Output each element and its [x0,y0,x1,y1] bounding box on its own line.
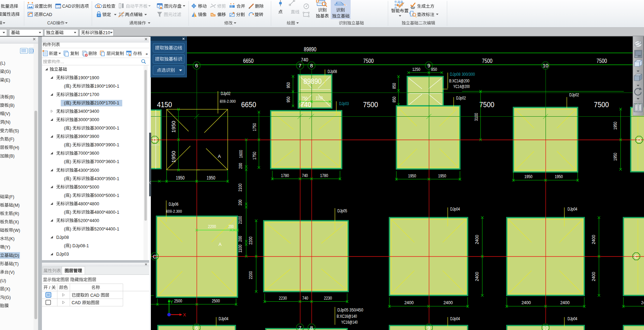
svg-text:): ) [70,193,73,198]
svg-text:(F): (F) [9,137,14,142]
svg-text:2500: 2500 [174,298,182,303]
svg-text:7: 7 [299,63,301,68]
svg-text:(G): (G) [5,69,11,74]
svg-text:2400: 2400 [444,300,453,305]
svg-text:2400: 2400 [591,272,596,281]
svg-text:4300*3500: 4300*3500 [78,168,100,173]
svg-text:1950: 1950 [207,175,215,181]
svg-text:): ) [70,227,73,232]
svg-text:2D: 2D [638,54,641,58]
svg-text:740: 740 [301,57,308,63]
svg-text:1900*1900-1: 1900*1900-1 [94,84,119,89]
svg-text:(V): (V) [9,270,15,275]
svg-text:(G): (G) [5,295,11,300]
svg-text:5000*5000: 5000*5000 [78,185,100,190]
svg-text:1600: 1600 [238,150,243,158]
svg-text:(B): (B) [9,103,15,108]
svg-text:6650: 6650 [241,101,256,109]
svg-text:2500: 2500 [212,298,220,303]
svg-text:B:XC16@140: B:XC16@140 [337,314,357,319]
svg-text:1250: 1250 [412,67,420,72]
svg-text:(X): (X) [5,287,10,292]
svg-text:9: 9 [427,325,430,330]
svg-text:(X): (X) [13,220,19,225]
svg-text:YC14@200: YC14@200 [453,84,470,89]
svg-text:740: 740 [302,173,308,178]
svg-text:7500: 7500 [480,101,495,109]
svg-text:740: 740 [301,100,312,108]
svg-text:4300*3500-1: 4300*3500-1 [94,176,119,181]
svg-text:850: 850 [391,83,397,89]
svg-text:1950: 1950 [613,122,618,130]
svg-text:DJp02: DJp02 [569,92,579,97]
svg-text:10: 10 [543,63,549,68]
svg-text:D: D [153,137,157,143]
svg-text:CAD: CAD [43,12,52,17]
svg-text:A: A [219,242,222,247]
svg-text:2400: 2400 [475,272,480,281]
svg-text:DJp02: DJp02 [456,95,466,101]
svg-text:CAD: CAD [56,6,60,8]
svg-text:1100: 1100 [237,245,243,253]
svg-text:740: 740 [302,295,308,301]
svg-text:2200: 2200 [248,271,253,279]
svg-text:C: C [153,254,157,259]
svg-text:4800*4800: 4800*4800 [78,201,100,206]
svg-text:(W): (W) [13,228,20,233]
svg-text:2200: 2200 [208,224,216,229]
svg-text:2200: 2200 [248,237,253,245]
svg-text:1950: 1950 [170,121,176,133]
svg-text:DJp08: DJp08 [328,69,337,74]
svg-text:X: X [183,312,186,317]
svg-text:1900*1900: 1900*1900 [78,75,100,80]
svg-text:C: C [635,254,638,259]
svg-text:»: » [146,52,148,56]
svg-text:950: 950 [286,82,291,88]
svg-text:7500: 7500 [363,58,374,64]
svg-text:): ) [70,176,73,181]
svg-text:CAD: CAD [47,21,56,25]
svg-text:DJp08 300/300: DJp08 300/300 [450,72,475,77]
svg-text:(V): (V) [5,111,10,116]
svg-text:4800*4800-1: 4800*4800-1 [94,210,119,215]
svg-text:6: 6 [195,325,198,330]
svg-text:3000*3000-1: 3000*3000-1 [94,126,119,131]
svg-text:9: 9 [427,63,430,68]
svg-text:3900*3900: 3900*3900 [78,134,100,139]
svg-text:(B): (B) [9,154,15,159]
svg-text:2400: 2400 [560,300,570,305]
svg-text:200: 200 [237,200,243,206]
svg-text:6: 6 [195,63,198,68]
svg-text:(E): (E) [5,78,10,83]
svg-text:3100: 3100 [474,113,479,121]
svg-text:3900*3900-1: 3900*3900-1 [94,142,119,147]
svg-text:DJp02: DJp02 [221,91,230,96]
svg-text:4150: 4150 [157,101,172,109]
svg-text:DJp05 350/450: DJp05 350/450 [337,307,363,313]
svg-text:5200*4400: 5200*4400 [78,218,100,223]
svg-text:3000*3000: 3000*3000 [78,117,100,122]
svg-text:DJp04: DJp04 [568,316,577,321]
svg-text:850: 850 [431,67,437,72]
svg-text:A: A [218,154,221,159]
svg-text:1950: 1950 [408,173,416,178]
svg-text:850: 850 [391,97,397,103]
svg-text:6650: 6650 [243,58,254,64]
svg-text:7000*3600-1: 7000*3600-1 [94,159,119,164]
svg-text:950: 950 [286,97,291,103]
svg-text:1950: 1950 [170,151,176,163]
svg-text:1780: 1780 [281,173,289,178]
svg-text:) DJp08-1: ) DJp08-1 [70,243,89,248]
svg-text:/: / [48,285,51,290]
svg-text:DJp03: DJp03 [339,101,349,106]
svg-text:DJp03: DJp03 [56,252,69,257]
svg-text:DJp08: DJp08 [56,235,69,240]
svg-text:1150: 1150 [316,95,323,101]
svg-text:2400: 2400 [521,300,531,305]
svg-text:): ) [70,84,73,89]
svg-text:200: 200 [237,236,243,242]
svg-text:2400: 2400 [404,300,414,305]
svg-text:7000*3600: 7000*3600 [78,151,100,156]
svg-text:DJp04: DJp04 [219,316,228,321]
svg-text:2100: 2100 [237,184,243,192]
